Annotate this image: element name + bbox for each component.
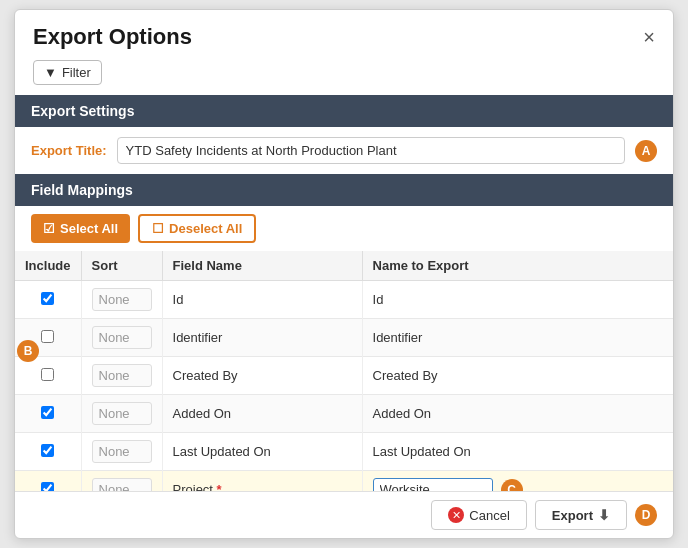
export-title-input[interactable] <box>117 137 625 164</box>
col-include: Include <box>15 251 81 281</box>
export-button[interactable]: Export ⬇ <box>535 500 627 530</box>
sort-cell: None <box>81 471 162 492</box>
col-field-name: Field Name <box>162 251 362 281</box>
field-mappings-header: Field Mappings <box>15 174 673 206</box>
sort-cell: None <box>81 281 162 319</box>
filter-bar: ▼ Filter <box>15 60 673 95</box>
sort-cell: None <box>81 433 162 471</box>
name-to-export-cell: Created By <box>362 357 673 395</box>
field-name-cell: Identifier <box>162 319 362 357</box>
field-name-cell: Added On <box>162 395 362 433</box>
sort-value: None <box>92 288 152 311</box>
select-all-button[interactable]: ☑ Select All <box>31 214 130 243</box>
table-row: NoneCreated ByCreated By <box>15 357 673 395</box>
table-row: NoneProject *C <box>15 471 673 492</box>
field-name-cell: Project * <box>162 471 362 492</box>
modal-header: Export Options × <box>15 10 673 60</box>
sort-value: None <box>92 364 152 387</box>
field-mappings-table: Include Sort Field Name Name to Export N… <box>15 251 673 491</box>
include-checkbox[interactable] <box>41 368 54 381</box>
sort-cell: None <box>81 395 162 433</box>
export-title-label: Export Title: <box>31 143 107 158</box>
modal-title: Export Options <box>33 24 192 50</box>
field-mappings-table-container: B Include Sort Field Name Name to Export… <box>15 251 673 491</box>
cancel-label: Cancel <box>469 508 509 523</box>
deselect-all-button[interactable]: ☐ Deselect All <box>138 214 256 243</box>
name-to-export-cell: Identifier <box>362 319 673 357</box>
sort-value: None <box>92 478 152 491</box>
table-row: NoneIdentifierIdentifier <box>15 319 673 357</box>
filter-label: Filter <box>62 65 91 80</box>
sort-value: None <box>92 402 152 425</box>
include-checkbox[interactable] <box>41 444 54 457</box>
indicator-d: D <box>635 504 657 526</box>
field-name-cell: Last Updated On <box>162 433 362 471</box>
export-settings-row: Export Title: A <box>15 127 673 174</box>
deselect-all-check-icon: ☐ <box>152 221 164 236</box>
name-to-export-cell: Last Updated On <box>362 433 673 471</box>
field-name-cell: Created By <box>162 357 362 395</box>
modal-footer: ✕ Cancel Export ⬇ D <box>15 491 673 538</box>
name-to-export-cell: Added On <box>362 395 673 433</box>
indicator-a: A <box>635 140 657 162</box>
table-row: NoneIdId <box>15 281 673 319</box>
field-name-cell: Id <box>162 281 362 319</box>
name-to-export-cell: Id <box>362 281 673 319</box>
include-checkbox[interactable] <box>41 292 54 305</box>
sort-cell: None <box>81 319 162 357</box>
indicator-b: B <box>17 340 39 362</box>
select-bar: ☑ Select All ☐ Deselect All <box>15 206 673 251</box>
close-button[interactable]: × <box>643 27 655 47</box>
name-to-export-cell: C <box>362 471 673 492</box>
export-options-modal: Export Options × ▼ Filter Export Setting… <box>14 9 674 539</box>
sort-value: None <box>92 326 152 349</box>
select-all-check-icon: ☑ <box>43 221 55 236</box>
filter-icon: ▼ <box>44 65 57 80</box>
col-name-to-export: Name to Export <box>362 251 673 281</box>
cancel-button[interactable]: ✕ Cancel <box>431 500 526 530</box>
indicator-c: C <box>501 479 523 492</box>
include-checkbox[interactable] <box>41 330 54 343</box>
table-header-row: Include Sort Field Name Name to Export <box>15 251 673 281</box>
sort-cell: None <box>81 357 162 395</box>
download-icon: ⬇ <box>598 507 610 523</box>
cancel-icon: ✕ <box>448 507 464 523</box>
filter-button[interactable]: ▼ Filter <box>33 60 102 85</box>
table-row: NoneLast Updated OnLast Updated On <box>15 433 673 471</box>
table-row: NoneAdded OnAdded On <box>15 395 673 433</box>
include-checkbox[interactable] <box>41 406 54 419</box>
include-checkbox[interactable] <box>41 482 54 492</box>
export-label: Export <box>552 508 593 523</box>
col-sort: Sort <box>81 251 162 281</box>
export-settings-header: Export Settings <box>15 95 673 127</box>
sort-value: None <box>92 440 152 463</box>
name-to-export-input[interactable] <box>373 478 493 491</box>
